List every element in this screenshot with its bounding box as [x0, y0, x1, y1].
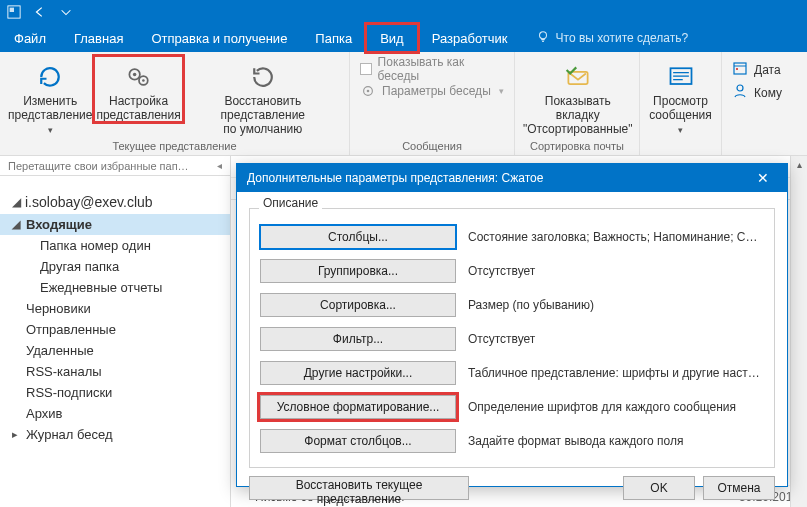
menu-folder[interactable]: Папка	[301, 24, 366, 52]
app-icon	[6, 4, 22, 20]
folder-drafts[interactable]: Черновики	[0, 298, 230, 319]
checkbox-icon	[360, 63, 372, 75]
reset-view-label: Восстановить представление по умолчанию	[185, 94, 341, 136]
account-label: i.solobay@exev.club	[25, 194, 153, 210]
conditional-formatting-button[interactable]: Условное форматирование...	[260, 395, 456, 419]
undo-icon[interactable]	[32, 4, 48, 20]
menu-home[interactable]: Главная	[60, 24, 137, 52]
folder-sub-3[interactable]: Ежедневные отчеты	[0, 277, 230, 298]
columns-row: Столбцы... Состояние заголовка; Важность…	[260, 225, 764, 249]
conditional-formatting-row: Условное форматирование... Определение ш…	[260, 395, 764, 419]
folder-sub-1[interactable]: Папка номер один	[0, 235, 230, 256]
ribbon-group-preview: Просмотр сообщения ▾	[640, 52, 722, 155]
sort-desc: Размер (по убыванию)	[468, 298, 764, 312]
checkmark-envelope-icon	[564, 60, 592, 94]
show-sorted-tab-button[interactable]: Показывать вкладку "Отсортированные"	[521, 56, 634, 136]
chevron-down-icon: ◢	[12, 195, 21, 209]
fieldset-label: Описание	[259, 196, 322, 210]
close-icon: ✕	[757, 170, 769, 186]
folder-inbox[interactable]: ◢Входящие	[0, 214, 230, 235]
svg-rect-16	[736, 68, 738, 70]
menu-developer[interactable]: Разработчик	[418, 24, 522, 52]
arrange-by-to-button[interactable]: Кому	[732, 83, 782, 102]
show-as-conversations-checkbox[interactable]: Показывать как беседы	[360, 60, 504, 78]
tell-me-label: Что вы хотите сделать?	[556, 31, 689, 45]
group-by-row: Группировка... Отсутствует	[260, 259, 764, 283]
chevron-down-icon: ◢	[12, 218, 24, 231]
folder-rss-channels[interactable]: RSS-каналы	[0, 361, 230, 382]
refresh-icon	[36, 60, 64, 94]
menu-view[interactable]: Вид	[366, 24, 418, 52]
scroll-up-icon[interactable]: ▴	[791, 156, 807, 173]
dialog-title-bar[interactable]: Дополнительные параметры представления: …	[237, 164, 787, 192]
preview-icon	[667, 60, 695, 94]
ribbon-group-arrange: Дата Кому	[722, 52, 807, 155]
favorites-hint-label: Перетащите свои избранные пап…	[8, 160, 189, 172]
view-settings-button[interactable]: Настройка представления	[94, 56, 182, 122]
other-settings-desc: Табличное представление: шрифты и другие…	[468, 366, 764, 380]
vertical-scrollbar[interactable]: ▴	[790, 156, 807, 507]
columns-button[interactable]: Столбцы...	[260, 225, 456, 249]
chevron-down-icon: ▾	[678, 123, 683, 137]
reset-current-view-button[interactable]: Восстановить текущее представление	[249, 476, 469, 500]
favorites-hint-bar[interactable]: Перетащите свои избранные пап… ◂	[0, 156, 230, 176]
group-by-desc: Отсутствует	[468, 264, 764, 278]
change-view-button[interactable]: Изменить представление ▾	[6, 56, 94, 137]
lightbulb-icon	[536, 30, 550, 47]
chevron-right-icon: ▸	[12, 428, 24, 441]
folder-deleted[interactable]: Удаленные	[0, 340, 230, 361]
other-settings-button[interactable]: Другие настройки...	[260, 361, 456, 385]
qat-dropdown-icon[interactable]	[58, 4, 74, 20]
folder-sub-2[interactable]: Другая папка	[0, 256, 230, 277]
format-columns-desc: Задайте формат вывода каждого поля	[468, 434, 764, 448]
folder-conversation-history[interactable]: ▸Журнал бесед	[0, 424, 230, 445]
ribbon-group-label-preview	[646, 138, 715, 155]
filter-button[interactable]: Фильтр...	[260, 327, 456, 351]
ribbon-group-label-sort: Сортировка почты	[521, 138, 633, 155]
filter-row: Фильтр... Отсутствует	[260, 327, 764, 351]
menu-send-receive[interactable]: Отправка и получение	[137, 24, 301, 52]
arrange-by-date-button[interactable]: Дата	[732, 60, 782, 79]
person-icon	[732, 83, 748, 102]
format-columns-button[interactable]: Формат столбцов...	[260, 429, 456, 453]
folder-rss-subscriptions[interactable]: RSS-подписки	[0, 382, 230, 403]
chevron-down-icon: ▾	[48, 123, 53, 137]
account-header[interactable]: ◢ i.solobay@exev.club	[0, 190, 230, 214]
arrange-by-to-label: Кому	[754, 86, 782, 100]
gears-icon	[125, 60, 153, 94]
dialog-body: Столбцы... Состояние заголовка; Важность…	[237, 192, 787, 468]
svg-point-2	[539, 31, 546, 38]
ribbon-group-current-view: Изменить представление ▾ Настройка предс…	[0, 52, 350, 155]
folder-sidebar: Перетащите свои избранные пап… ◂ ◢ i.sol…	[0, 156, 231, 507]
svg-rect-14	[734, 63, 746, 74]
folder-tree: ◢Входящие Папка номер один Другая папка …	[0, 214, 230, 507]
view-settings-label: Настройка представления	[96, 94, 180, 122]
menu-bar: Файл Главная Отправка и получение Папка …	[0, 24, 807, 52]
chevron-down-icon: ▾	[499, 86, 504, 96]
other-settings-row: Другие настройки... Табличное представле…	[260, 361, 764, 385]
group-by-button[interactable]: Группировка...	[260, 259, 456, 283]
message-preview-button[interactable]: Просмотр сообщения ▾	[646, 56, 715, 137]
arrange-by-date-label: Дата	[754, 63, 781, 77]
svg-point-17	[737, 85, 743, 91]
folder-archive[interactable]: Архив	[0, 403, 230, 424]
close-button[interactable]: ✕	[749, 164, 777, 192]
svg-rect-1	[10, 8, 14, 12]
columns-desc: Состояние заголовка; Важность; Напоминан…	[468, 230, 764, 244]
conversation-settings-button[interactable]: Параметры беседы ▾	[360, 82, 504, 100]
tell-me-search[interactable]: Что вы хотите сделать?	[522, 24, 703, 52]
cancel-button[interactable]: Отмена	[703, 476, 775, 500]
advanced-view-settings-dialog: Дополнительные параметры представления: …	[236, 163, 788, 487]
sort-button[interactable]: Сортировка...	[260, 293, 456, 317]
sort-row: Сортировка... Размер (по убыванию)	[260, 293, 764, 317]
dialog-title: Дополнительные параметры представления: …	[247, 171, 543, 185]
settings-small-icon	[360, 84, 376, 98]
menu-file[interactable]: Файл	[0, 24, 60, 52]
folder-sent[interactable]: Отправленные	[0, 319, 230, 340]
ribbon: Изменить представление ▾ Настройка предс…	[0, 52, 807, 156]
reset-view-button[interactable]: Восстановить представление по умолчанию	[183, 56, 343, 136]
filter-desc: Отсутствует	[468, 332, 764, 346]
chevron-left-icon[interactable]: ◂	[217, 160, 222, 171]
format-columns-row: Формат столбцов... Задайте формат вывода…	[260, 429, 764, 453]
ok-button[interactable]: OK	[623, 476, 695, 500]
